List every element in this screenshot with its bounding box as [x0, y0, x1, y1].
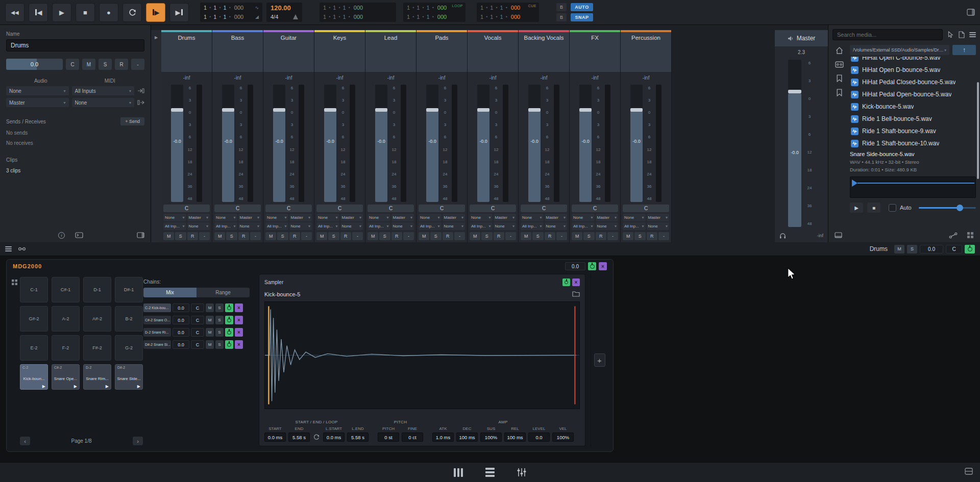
- drum-pad-d-2[interactable]: D-2Snare Rim...▶: [83, 364, 111, 390]
- master-fader[interactable]: -0.0: [788, 60, 801, 227]
- channel-mute-button[interactable]: M: [214, 232, 225, 240]
- channel-arm-button[interactable]: R: [391, 232, 402, 240]
- stop-button[interactable]: ■: [76, 3, 95, 22]
- panel-layout-icon[interactable]: [137, 232, 144, 238]
- channel-fader[interactable]: -0.0: [375, 85, 387, 202]
- channel-mute-button[interactable]: M: [623, 232, 633, 240]
- channel-solo-button[interactable]: S: [583, 232, 594, 240]
- channel-midi-in-select[interactable]: None▾: [238, 222, 261, 230]
- param-value[interactable]: 0.0: [528, 433, 550, 442]
- location-select[interactable]: /Volumes/External SSD/Audio/Samples/Drum…: [850, 45, 949, 55]
- home-icon[interactable]: [835, 46, 844, 55]
- chain-close-button[interactable]: ×: [235, 328, 243, 337]
- midi-input-select[interactable]: All Inputs▾: [72, 86, 135, 95]
- channel-crossfade-button[interactable]: -: [454, 232, 465, 240]
- channel-audio-in-select[interactable]: All Inp...▾: [623, 222, 646, 230]
- pads-next-page-button[interactable]: ›: [133, 437, 143, 445]
- bookmark-alt-icon[interactable]: [836, 89, 843, 96]
- channel-output-select[interactable]: Master▾: [238, 214, 261, 221]
- drum-pad-g-2[interactable]: G-2: [115, 335, 143, 361]
- channel-audio-in-select[interactable]: All Inp...▾: [521, 222, 544, 230]
- channel-arm-button[interactable]: R: [545, 232, 555, 240]
- file-row[interactable]: HiHat Pedal Open-bounce-5.wav: [850, 88, 976, 100]
- track-name-input[interactable]: [6, 39, 144, 52]
- channel-audio-in-select[interactable]: All Inp...▾: [419, 222, 442, 230]
- param-value[interactable]: 100%: [552, 433, 574, 442]
- channel-fader[interactable]: -0.0: [324, 85, 336, 202]
- file-list[interactable]: HiHat Open C-bounce-5.wavHiHat Open D-bo…: [850, 57, 976, 147]
- channel-output-select[interactable]: Master▾: [391, 214, 414, 221]
- channel-output-select[interactable]: Master▾: [289, 214, 312, 221]
- drum-pad-cs-2[interactable]: C#-2Snare Ope...▶: [52, 364, 80, 390]
- chain-solo-button[interactable]: S: [215, 316, 224, 324]
- metronome-icon[interactable]: [293, 14, 298, 19]
- channel-send-select[interactable]: None▾: [521, 214, 544, 221]
- channel-fader[interactable]: -0.0: [171, 85, 183, 202]
- drum-pad-c-2[interactable]: C-2Kick-boun...▶: [20, 364, 48, 390]
- device-track-mute-button[interactable]: M: [894, 245, 904, 253]
- channel-midi-in-select[interactable]: None▾: [545, 222, 568, 230]
- device-power-button[interactable]: [588, 262, 596, 270]
- chain-pan[interactable]: C: [191, 303, 204, 312]
- channel-header[interactable]: Vocals: [468, 30, 518, 72]
- channel-pan[interactable]: C: [214, 205, 261, 212]
- param-value[interactable]: 0.0 ms: [264, 433, 286, 442]
- channel-mute-button[interactable]: M: [521, 232, 531, 240]
- rewind-button[interactable]: ◀◀: [5, 3, 24, 22]
- param-value[interactable]: 1.0 ms: [432, 433, 454, 442]
- chain-volume[interactable]: 0.0: [173, 328, 189, 337]
- channel-mute-button[interactable]: M: [163, 232, 174, 240]
- track-arm-button[interactable]: R: [115, 59, 128, 70]
- tempo-value[interactable]: 120.00: [271, 4, 298, 12]
- device-volume[interactable]: 0.0: [565, 262, 585, 270]
- channel-header[interactable]: Percussion: [621, 30, 671, 72]
- channel-output-select[interactable]: Master▾: [647, 214, 670, 221]
- file-row[interactable]: HiHat Open D-bounce-5.wav: [850, 64, 976, 76]
- chain-solo-button[interactable]: S: [215, 328, 224, 337]
- chain-power-button[interactable]: [225, 328, 233, 337]
- param-value[interactable]: 5.58 s: [288, 433, 310, 442]
- drum-pad-c-1[interactable]: C-1: [20, 277, 48, 302]
- record-button[interactable]: ●: [99, 3, 118, 22]
- channel-header[interactable]: Guitar: [263, 30, 314, 72]
- channel-send-select[interactable]: None▾: [572, 214, 595, 221]
- channel-pan[interactable]: C: [163, 205, 210, 212]
- channel-mute-button[interactable]: M: [316, 232, 327, 240]
- channel-midi-in-select[interactable]: None▾: [596, 222, 619, 230]
- preview-waveform[interactable]: [850, 176, 976, 198]
- channel-audio-in-select[interactable]: All Inp...▾: [368, 222, 390, 230]
- channel-arm-button[interactable]: R: [494, 232, 504, 240]
- chain-name[interactable]: D#-2 Snare Si...: [143, 340, 171, 349]
- audio-input-select[interactable]: None▾: [6, 86, 69, 95]
- routing-icon[interactable]: [949, 232, 958, 239]
- chain-power-button[interactable]: [225, 340, 233, 349]
- param-value[interactable]: 0.0 ms: [323, 433, 345, 442]
- channel-fader[interactable]: -0.0: [477, 85, 489, 202]
- channel-solo-button[interactable]: S: [379, 232, 390, 240]
- device-titlebar[interactable]: MDG2000 0.0 ×: [7, 260, 613, 273]
- chain-power-button[interactable]: [225, 303, 233, 312]
- chain-name[interactable]: C-2 Kick-bou...: [143, 303, 171, 312]
- channel-midi-in-select[interactable]: None▾: [391, 222, 414, 230]
- channel-arm-button[interactable]: R: [289, 232, 300, 240]
- channel-fader[interactable]: -0.0: [528, 85, 541, 202]
- folder-icon[interactable]: [572, 290, 580, 299]
- channel-header[interactable]: Drums: [161, 30, 212, 72]
- channel-fader[interactable]: -0.0: [222, 85, 234, 202]
- channel-solo-button[interactable]: S: [226, 232, 237, 240]
- channel-crossfade-button[interactable]: -: [505, 232, 516, 240]
- preview-stop-button[interactable]: ■: [867, 202, 880, 213]
- preview-volume-slider[interactable]: [919, 204, 976, 212]
- automation-toggle-button[interactable]: AUTO: [571, 3, 593, 11]
- channel-arm-button[interactable]: R: [647, 232, 657, 240]
- channel-solo-button[interactable]: S: [277, 232, 288, 240]
- info-icon[interactable]: i: [58, 232, 65, 239]
- channel-solo-button[interactable]: S: [175, 232, 186, 240]
- console-icon[interactable]: [75, 232, 83, 238]
- channel-output-select[interactable]: Master▾: [545, 214, 568, 221]
- fader-cap[interactable]: [222, 108, 234, 112]
- audio-output-select[interactable]: Master▾: [6, 98, 69, 107]
- chain-close-button[interactable]: ×: [235, 340, 243, 349]
- punch-in-button[interactable]: B: [556, 3, 567, 11]
- channel-midi-in-select[interactable]: None▾: [494, 222, 517, 230]
